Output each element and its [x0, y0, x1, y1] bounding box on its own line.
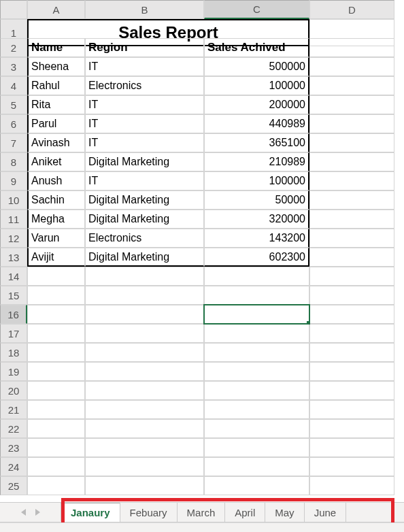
cell-C18[interactable] — [204, 343, 309, 362]
cell-D8[interactable] — [309, 152, 394, 171]
cell-B16[interactable] — [85, 305, 204, 324]
cell-name[interactable]: Rita — [27, 95, 85, 114]
row-header-22[interactable]: 22 — [0, 419, 27, 438]
cell-region[interactable]: Electronics — [85, 229, 204, 248]
cell-region[interactable]: Digital Marketing — [85, 210, 204, 229]
row-header-7[interactable]: 7 — [0, 133, 27, 152]
row-header-5[interactable]: 5 — [0, 95, 27, 114]
cell-region[interactable]: Electronics — [85, 76, 204, 95]
cell-B19[interactable] — [85, 362, 204, 381]
cell-D6[interactable] — [309, 114, 394, 133]
cell-C25[interactable] — [204, 476, 309, 495]
cell-name[interactable]: Sheena — [27, 57, 85, 76]
cell-region[interactable]: IT — [85, 114, 204, 133]
cell-name[interactable]: Avinash — [27, 133, 85, 152]
row-header-25[interactable]: 25 — [0, 476, 27, 495]
cell-D24[interactable] — [309, 457, 394, 476]
row-header-9[interactable]: 9 — [0, 171, 27, 190]
cell-region[interactable]: Digital Marketing — [85, 248, 204, 267]
active-cell[interactable] — [204, 305, 309, 324]
cell-A23[interactable] — [27, 438, 85, 457]
cell-D13[interactable] — [309, 248, 394, 267]
cell-D14[interactable] — [309, 267, 394, 286]
cell-name[interactable]: Parul — [27, 114, 85, 133]
cell-sales[interactable]: 100000 — [204, 171, 309, 190]
cell-sales[interactable]: 50000 — [204, 190, 309, 210]
cell-C14[interactable] — [204, 267, 309, 286]
spreadsheet-grid[interactable]: A B C D 1 Sales Report 2 Name Region Sal… — [0, 0, 404, 495]
cell-D11[interactable] — [309, 210, 394, 229]
cell-A16[interactable] — [27, 305, 85, 324]
cell-D22[interactable] — [309, 419, 394, 438]
cell-sales[interactable]: 500000 — [204, 57, 309, 76]
row-header-13[interactable]: 13 — [0, 248, 27, 267]
cell-D19[interactable] — [309, 362, 394, 381]
cell-C24[interactable] — [204, 457, 309, 476]
cell-region[interactable]: IT — [85, 57, 204, 76]
cell-C22[interactable] — [204, 419, 309, 438]
cell-region[interactable]: Digital Marketing — [85, 152, 204, 171]
cell-sales[interactable]: 440989 — [204, 114, 309, 133]
cell-A19[interactable] — [27, 362, 85, 381]
cell-A18[interactable] — [27, 343, 85, 362]
cell-B14[interactable] — [85, 267, 204, 286]
cell-A20[interactable] — [27, 381, 85, 400]
cell-B23[interactable] — [85, 438, 204, 457]
tab-march[interactable]: March — [177, 503, 226, 522]
tab-june[interactable]: June — [304, 503, 347, 522]
cell-D3[interactable] — [309, 57, 394, 76]
cell-C20[interactable] — [204, 381, 309, 400]
row-header-2[interactable]: 2 — [0, 38, 27, 57]
cell-D16[interactable] — [309, 305, 394, 324]
tab-prev-icon[interactable] — [21, 509, 26, 516]
cell-A24[interactable] — [27, 457, 85, 476]
header-region[interactable]: Region — [85, 38, 204, 57]
cell-D9[interactable] — [309, 171, 394, 190]
row-header-4[interactable]: 4 — [0, 76, 27, 95]
cell-A17[interactable] — [27, 324, 85, 343]
tab-next-icon[interactable] — [35, 509, 40, 516]
cell-region[interactable]: IT — [85, 171, 204, 190]
cell-A25[interactable] — [27, 476, 85, 495]
cell-B15[interactable] — [85, 286, 204, 305]
row-header-14[interactable]: 14 — [0, 267, 27, 286]
cell-region[interactable]: Digital Marketing — [85, 190, 204, 210]
cell-name[interactable]: Aniket — [27, 152, 85, 171]
row-header-24[interactable]: 24 — [0, 457, 27, 476]
cell-A21[interactable] — [27, 400, 85, 419]
cell-name[interactable]: Megha — [27, 210, 85, 229]
tab-january[interactable]: Janaury — [61, 503, 120, 522]
row-header-8[interactable]: 8 — [0, 152, 27, 171]
cell-B21[interactable] — [85, 400, 204, 419]
cell-D17[interactable] — [309, 324, 394, 343]
header-sales[interactable]: Sales Achived — [204, 38, 309, 57]
cell-B18[interactable] — [85, 343, 204, 362]
cell-B17[interactable] — [85, 324, 204, 343]
cell-C15[interactable] — [204, 286, 309, 305]
cell-name[interactable]: Sachin — [27, 190, 85, 210]
cell-C21[interactable] — [204, 400, 309, 419]
cell-sales[interactable]: 365100 — [204, 133, 309, 152]
cell-C17[interactable] — [204, 324, 309, 343]
cell-region[interactable]: IT — [85, 95, 204, 114]
cell-D23[interactable] — [309, 438, 394, 457]
cell-D5[interactable] — [309, 95, 394, 114]
col-header-D[interactable]: D — [309, 0, 394, 19]
cell-D4[interactable] — [309, 76, 394, 95]
tab-may[interactable]: May — [265, 503, 304, 522]
cell-B22[interactable] — [85, 419, 204, 438]
cell-name[interactable]: Varun — [27, 229, 85, 248]
cell-B20[interactable] — [85, 381, 204, 400]
cell-A15[interactable] — [27, 286, 85, 305]
col-header-B[interactable]: B — [85, 0, 204, 19]
cell-sales[interactable]: 200000 — [204, 95, 309, 114]
header-name[interactable]: Name — [27, 38, 85, 57]
cell-D12[interactable] — [309, 229, 394, 248]
row-header-15[interactable]: 15 — [0, 286, 27, 305]
cell-D2[interactable] — [309, 38, 394, 57]
row-header-19[interactable]: 19 — [0, 362, 27, 381]
cell-C19[interactable] — [204, 362, 309, 381]
cell-C23[interactable] — [204, 438, 309, 457]
col-header-C[interactable]: C — [204, 0, 309, 19]
select-all-corner[interactable] — [0, 0, 27, 19]
